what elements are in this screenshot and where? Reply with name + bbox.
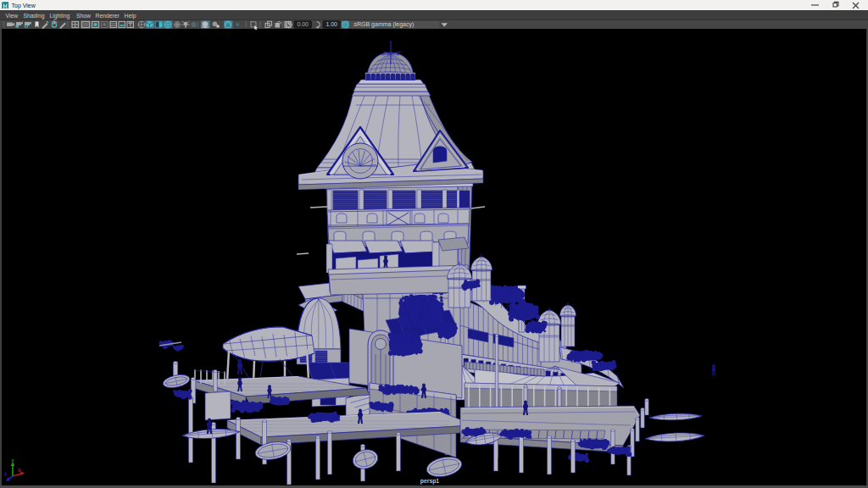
svg-text:Top View: Top View — [12, 3, 36, 9]
svg-text:0.00: 0.00 — [297, 21, 309, 27]
svg-text:Help: Help — [125, 13, 136, 19]
svg-text:Renderer: Renderer — [96, 13, 120, 19]
svg-text:sRGB gamma (legacy): sRGB gamma (legacy) — [354, 21, 415, 28]
svg-text:Shading: Shading — [24, 13, 45, 19]
svg-text:Y: Y — [11, 458, 14, 463]
svg-text:Lighting: Lighting — [50, 13, 70, 19]
svg-text:1.00: 1.00 — [326, 21, 337, 27]
svg-text:X: X — [18, 468, 21, 473]
svg-text:persp1: persp1 — [420, 478, 440, 485]
svg-text:Show: Show — [76, 13, 91, 19]
svg-text:View: View — [6, 13, 19, 19]
